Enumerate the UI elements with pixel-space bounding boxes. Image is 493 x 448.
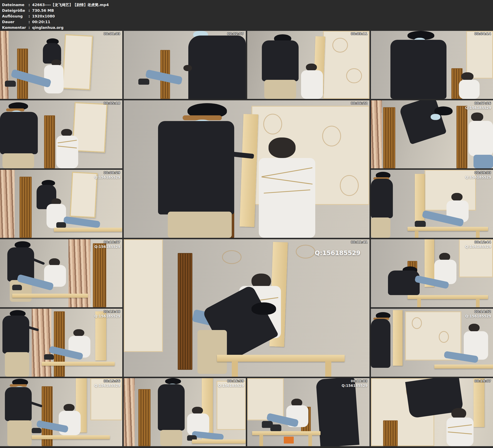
video-thumbnail: 00:09:33 Q:156185529 (371, 170, 493, 238)
wood-stand (138, 389, 151, 446)
video-thumbnail: 00:07:26 Q:156185529 (371, 100, 493, 168)
video-thumbnail: 00:19:07 (371, 378, 493, 446)
sneaker (415, 221, 426, 227)
meta-separator: : (28, 13, 32, 19)
timestamp-overlay: 00:01:03 (104, 32, 121, 36)
wall-motif (340, 175, 359, 196)
person-dark-figure (371, 179, 393, 218)
hair (269, 137, 296, 158)
qq-watermark: Q:156185529 (465, 245, 491, 249)
denim-legs (473, 155, 493, 168)
qq-watermark: Q:156185529 (94, 314, 121, 318)
qq-watermark: Q:156185529 (465, 314, 491, 318)
person-dark-figure (388, 270, 420, 295)
person-dark-figure (262, 40, 298, 81)
meta-value-filename: 42663----【龙飞绳艺】【剧情】老虎凳.mp4 (32, 2, 109, 8)
hair (73, 329, 84, 337)
meta-value-resolution: 1920x1080 (32, 13, 55, 19)
wall-motif (222, 250, 242, 264)
timestamp-overlay: 00:03:11 (351, 32, 368, 36)
wood-board (473, 378, 484, 427)
person-dark-figure (188, 35, 246, 99)
wood-board (393, 310, 403, 366)
paper-screen (466, 31, 493, 78)
qq-watermark: Q:156185529 (342, 384, 368, 388)
meta-row-filename: Dateiname:42663----【龙飞绳艺】【剧情】老虎凳.mp4 (2, 2, 493, 8)
sneaker (270, 425, 281, 431)
bench-leg (476, 231, 480, 238)
timestamp-overlay: 00:09:33 (474, 171, 491, 175)
timestamp-overlay: 00:16:59 (227, 379, 244, 383)
qq-watermark: Q:156185529 (94, 384, 121, 388)
wall-motif (322, 126, 341, 146)
person-light-figure (469, 121, 493, 156)
bench (54, 228, 122, 232)
bench (12, 294, 88, 298)
wall-motif (346, 68, 362, 83)
khaki-pants (264, 80, 296, 99)
khaki-pants (197, 330, 227, 374)
sneaker (56, 222, 66, 228)
wood-stand (178, 253, 192, 370)
curtain (0, 31, 9, 99)
person-dark-figure (2, 316, 29, 354)
qq-watermark: Q:156185529 (218, 384, 244, 388)
person-light-figure (301, 70, 323, 99)
meta-value-comment: qinglanhua.org (32, 25, 64, 31)
wood-stand (456, 106, 467, 168)
khaki-pants (371, 217, 391, 238)
hair (64, 404, 75, 412)
video-thumbnail: 00:15:56 Q:156185529 (0, 378, 122, 446)
qq-watermark: Q:156185529 (465, 175, 491, 179)
wall-motif (296, 245, 315, 258)
timestamp-overlay: 00:04:14 (474, 32, 491, 36)
meta-separator: : (28, 25, 32, 31)
timestamp-overlay: 00:12:44 (474, 240, 491, 244)
curtain (0, 170, 15, 238)
hair (306, 64, 317, 71)
wood-stand (93, 243, 106, 307)
curtain (124, 378, 135, 446)
bench-leg (308, 435, 312, 446)
wall-motif (263, 114, 282, 134)
wall-motif (412, 317, 422, 329)
orange-block (284, 437, 293, 444)
hair (61, 129, 72, 136)
video-thumbnail: 00:13:48 Q:156185529 (0, 309, 122, 377)
hair (469, 324, 480, 332)
meta-row-duration: Dauer:00:20:11 (2, 19, 493, 25)
timestamp-overlay: 00:02:07 (227, 32, 244, 36)
paper-screen (216, 381, 246, 430)
qq-watermark: Q:156185529 (465, 106, 491, 110)
face-mask (431, 114, 440, 120)
wood-stand (383, 107, 395, 168)
meta-label: Kommentar (2, 25, 28, 31)
sneaker (5, 81, 16, 87)
person-dark-figure (371, 319, 391, 368)
meta-label: Dauer (2, 19, 28, 25)
denim-legs (63, 216, 100, 228)
timestamp-overlay: 00:06:22 (351, 101, 368, 105)
bench-leg (259, 435, 263, 446)
hair (451, 193, 462, 201)
bench-leg (232, 362, 238, 377)
meta-row-comment: Kommentar:qinglanhua.org (2, 25, 493, 31)
wood-stand (383, 420, 398, 446)
sneaker (32, 428, 41, 433)
bench-leg (417, 299, 421, 307)
cap (165, 378, 181, 384)
meta-separator: : (28, 2, 32, 8)
cap (15, 241, 31, 248)
video-thumbnail: 00:10:37 Q:156185529 (0, 239, 122, 307)
meta-label: Dateiname (2, 2, 28, 8)
video-contact-sheet: Dateiname:42663----【龙飞绳艺】【剧情】老虎凳.mp4 Dat… (0, 0, 493, 448)
video-thumbnail: 00:01:03 (0, 31, 122, 99)
qq-watermark: Q:156185529 (94, 175, 121, 179)
paper-screen (323, 31, 370, 99)
wall-motif (332, 38, 348, 53)
bench (407, 295, 488, 299)
timestamp-overlay: 00:11:41 (351, 240, 368, 244)
bench (252, 431, 321, 435)
bench (192, 439, 246, 444)
meta-value-filesize: 730.56 MB (32, 8, 54, 13)
